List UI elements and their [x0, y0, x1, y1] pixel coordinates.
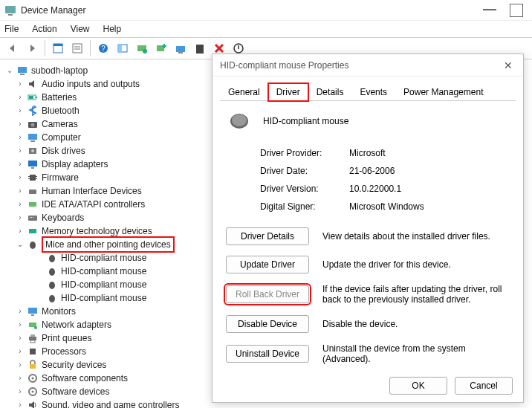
svg-rect-39: [29, 202, 36, 207]
ok-button[interactable]: OK: [389, 377, 447, 395]
svg-point-64: [232, 114, 247, 126]
tab-driver[interactable]: Driver: [268, 83, 308, 101]
window-controls: [483, 4, 528, 17]
device-category-icon: [27, 132, 39, 143]
scan-hardware-button[interactable]: [134, 40, 150, 56]
svg-rect-16: [176, 46, 185, 52]
expand-icon[interactable]: ›: [15, 358, 25, 372]
expand-icon[interactable]: ›: [15, 77, 25, 91]
svg-rect-36: [36, 176, 37, 177]
svg-point-45: [30, 242, 36, 249]
expand-icon[interactable]: ›: [15, 331, 25, 345]
device-category-icon: [27, 172, 39, 184]
tree-item-label: Audio inputs and outputs: [42, 77, 140, 91]
update-driver-button[interactable]: Update Driver: [226, 256, 309, 273]
svg-rect-5: [53, 44, 62, 46]
uninstall-button[interactable]: [192, 40, 208, 56]
tab-events[interactable]: Events: [351, 83, 395, 101]
device-category-icon: [27, 198, 39, 210]
collapse-icon[interactable]: ⌄: [4, 64, 15, 77]
driver-details-desc: View details about the installed driver …: [322, 231, 510, 242]
svg-rect-0: [5, 6, 16, 13]
tree-item-label: Mice and other pointing devices: [42, 236, 175, 253]
titlebar: Device Manager: [0, 0, 532, 21]
expand-icon[interactable]: ›: [15, 318, 25, 331]
expand-icon[interactable]: ›: [15, 398, 25, 408]
cancel-button[interactable]: Cancel: [455, 377, 513, 395]
svg-rect-28: [30, 140, 35, 142]
expand-icon[interactable]: ›: [15, 345, 25, 358]
svg-rect-24: [29, 96, 33, 99]
expand-icon[interactable]: ›: [15, 104, 25, 117]
action-button[interactable]: [114, 40, 131, 56]
add-hardware-button[interactable]: [153, 40, 169, 56]
help-button[interactable]: ?: [95, 40, 111, 56]
expand-icon[interactable]: ›: [15, 144, 25, 158]
expand-icon[interactable]: ›: [15, 131, 25, 144]
update-driver-desc: Update the driver for this device.: [322, 259, 510, 270]
maximize-button[interactable]: [510, 4, 523, 17]
svg-rect-2: [483, 9, 496, 10]
properties-button[interactable]: [69, 40, 85, 56]
forward-button[interactable]: [24, 40, 40, 56]
device-category-icon: [27, 105, 39, 117]
tab-details[interactable]: Details: [308, 83, 352, 101]
expand-icon[interactable]: ›: [15, 198, 25, 211]
expand-icon[interactable]: ›: [15, 184, 25, 198]
device-category-icon: [27, 78, 39, 90]
svg-rect-17: [178, 52, 183, 54]
expand-icon[interactable]: ›: [15, 305, 25, 318]
update-driver-button[interactable]: [172, 40, 189, 56]
tree-item-label: HID-compliant mouse: [61, 291, 146, 305]
expand-icon[interactable]: ›: [15, 117, 25, 131]
show-hide-tree-button[interactable]: [50, 40, 66, 56]
device-category-icon: [27, 145, 39, 157]
tab-general[interactable]: General: [220, 83, 268, 101]
tree-item-label: Software devices: [42, 385, 109, 398]
expand-icon[interactable]: ›: [15, 224, 25, 238]
mouse-icon: [46, 265, 58, 277]
expand-icon[interactable]: ›: [15, 211, 25, 224]
expand-icon[interactable]: ›: [15, 372, 25, 385]
svg-rect-50: [28, 308, 37, 314]
menu-file[interactable]: File: [4, 24, 19, 34]
rollback-driver-button[interactable]: Roll Back Driver: [226, 285, 309, 303]
computer-icon: [16, 65, 28, 77]
provider-value: Microsoft: [349, 148, 386, 158]
svg-rect-33: [30, 175, 36, 181]
svg-rect-20: [18, 67, 27, 73]
disable-device-desc: Disable the device.: [322, 319, 510, 329]
version-value: 10.0.22000.1: [349, 184, 401, 194]
expand-icon[interactable]: ›: [15, 385, 25, 398]
device-category-icon: [27, 332, 39, 344]
uninstall-device-button[interactable]: Uninstall Device: [226, 345, 309, 363]
collapse-icon[interactable]: ⌄: [15, 238, 25, 251]
menu-bar: File Action View Help: [0, 21, 532, 37]
svg-rect-43: [33, 217, 33, 218]
tree-item-label: Display adapters: [42, 158, 108, 171]
svg-rect-37: [36, 178, 37, 179]
version-label: Driver Version:: [260, 184, 349, 194]
date-value: 21-06-2006: [349, 166, 395, 176]
window-title: Device Manager: [21, 5, 483, 16]
minimize-button[interactable]: [483, 4, 496, 17]
svg-rect-27: [28, 134, 37, 140]
back-button[interactable]: [4, 40, 21, 56]
expand-icon[interactable]: ›: [15, 91, 25, 104]
svg-rect-54: [29, 337, 36, 340]
expand-icon[interactable]: ›: [15, 171, 25, 184]
disable-device-button[interactable]: Disable Device: [226, 315, 309, 333]
tree-item-label: HID-compliant mouse: [61, 265, 146, 278]
svg-rect-42: [31, 217, 32, 218]
close-button[interactable]: ✕: [501, 59, 516, 71]
device-category-icon: [27, 91, 39, 103]
menu-help[interactable]: Help: [103, 24, 122, 34]
expand-icon[interactable]: ›: [15, 158, 25, 171]
menu-view[interactable]: View: [71, 24, 90, 34]
driver-panel: HID-compliant mouse Driver Provider:Micr…: [213, 101, 523, 381]
driver-details-button[interactable]: Driver Details: [226, 227, 309, 245]
tree-item-label: Keyboards: [42, 211, 84, 224]
svg-point-26: [31, 123, 35, 127]
tab-power-management[interactable]: Power Management: [395, 83, 491, 101]
menu-action[interactable]: Action: [32, 24, 56, 34]
